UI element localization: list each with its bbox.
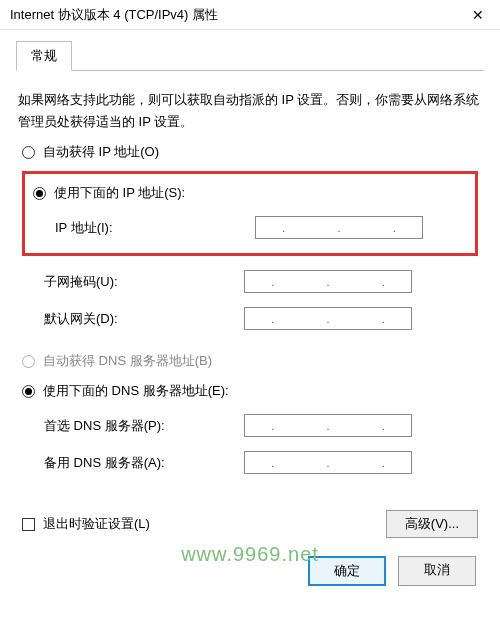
exit-validate-row[interactable]: 退出时验证设置(L) <box>22 515 150 533</box>
subnet-mask-input[interactable]: ... <box>244 270 412 293</box>
ip-address-input[interactable]: ... <box>255 216 423 239</box>
radio-auto-dns-row: 自动获得 DNS 服务器地址(B) <box>22 352 478 370</box>
radio-auto-ip-label: 自动获得 IP 地址(O) <box>43 143 159 161</box>
alternate-dns-input[interactable]: ... <box>244 451 412 474</box>
radio-manual-ip-label: 使用下面的 IP 地址(S): <box>54 184 185 202</box>
highlight-box: 使用下面的 IP 地址(S): IP 地址(I): ... <box>22 171 478 256</box>
preferred-dns-label: 首选 DNS 服务器(P): <box>44 417 244 435</box>
preferred-dns-input[interactable]: ... <box>244 414 412 437</box>
radio-auto-ip-row[interactable]: 自动获得 IP 地址(O) <box>22 143 478 161</box>
window-title: Internet 协议版本 4 (TCP/IPv4) 属性 <box>10 6 218 24</box>
default-gateway-input[interactable]: ... <box>244 307 412 330</box>
tab-strip: 常规 <box>16 40 484 71</box>
default-gateway-label: 默认网关(D): <box>44 310 244 328</box>
close-button[interactable]: ✕ <box>455 0 500 30</box>
radio-auto-dns-label: 自动获得 DNS 服务器地址(B) <box>43 352 212 370</box>
checkbox-icon <box>22 518 35 531</box>
close-icon: ✕ <box>472 7 484 23</box>
exit-validate-label: 退出时验证设置(L) <box>43 515 150 533</box>
ip-address-label: IP 地址(I): <box>55 219 255 237</box>
radio-manual-dns-row[interactable]: 使用下面的 DNS 服务器地址(E): <box>22 382 478 400</box>
subnet-mask-label: 子网掩码(U): <box>44 273 244 291</box>
radio-icon <box>33 187 46 200</box>
radio-manual-dns-label: 使用下面的 DNS 服务器地址(E): <box>43 382 229 400</box>
tab-general[interactable]: 常规 <box>16 41 72 71</box>
ok-button[interactable]: 确定 <box>308 556 386 586</box>
radio-manual-ip-row[interactable]: 使用下面的 IP 地址(S): <box>33 184 467 202</box>
description-text: 如果网络支持此功能，则可以获取自动指派的 IP 设置。否则，你需要从网络系统管理… <box>18 89 482 133</box>
radio-icon <box>22 146 35 159</box>
advanced-button[interactable]: 高级(V)... <box>386 510 478 538</box>
cancel-button[interactable]: 取消 <box>398 556 476 586</box>
title-bar: Internet 协议版本 4 (TCP/IPv4) 属性 ✕ <box>0 0 500 30</box>
radio-icon <box>22 385 35 398</box>
alternate-dns-label: 备用 DNS 服务器(A): <box>44 454 244 472</box>
radio-icon <box>22 355 35 368</box>
